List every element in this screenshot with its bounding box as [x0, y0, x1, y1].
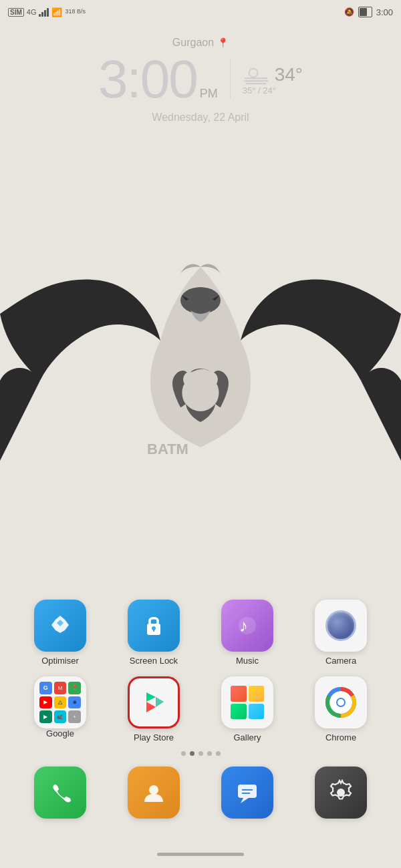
- gallery-cell-1: [231, 686, 247, 702]
- dock-messages[interactable]: [211, 767, 284, 823]
- app-grid: Optimiser Screen Lock ♪ Music: [0, 594, 401, 748]
- svg-point-0: [180, 287, 221, 314]
- svg-point-19: [338, 699, 344, 706]
- wifi-icon: 📶: [51, 7, 62, 17]
- camera-icon-bg: [315, 600, 367, 652]
- time-display-widget: 3:00 PM: [98, 53, 218, 106]
- app-music[interactable]: ♪ Music: [211, 600, 284, 666]
- gallery-cell-3: [231, 704, 247, 720]
- batman-wallpaper: BATM: [0, 260, 401, 514]
- status-right: 🔕 33 3:00: [344, 7, 393, 17]
- extra-icon: +: [68, 710, 81, 723]
- signal-strength: [39, 7, 49, 17]
- dot-3: [198, 751, 203, 756]
- music-icon: ♪: [221, 600, 273, 652]
- svg-marker-22: [241, 798, 249, 803]
- svg-rect-21: [238, 785, 257, 798]
- screenlock-label: Screen Lock: [130, 656, 178, 666]
- screenlock-icon: [128, 600, 180, 652]
- contacts-icon-bg: [128, 767, 180, 819]
- app-google[interactable]: G M 📍 ▶ △ ⊕ ▶ 📹 + Google: [23, 676, 97, 738]
- messages-icon-bg: [221, 767, 273, 819]
- drive-icon: △: [54, 696, 67, 709]
- network-speed: 318 B/s: [65, 9, 86, 15]
- weather-temp-row: 34°: [243, 64, 303, 85]
- home-indicator[interactable]: [157, 853, 244, 856]
- google-folder-icon: G M 📍 ▶ △ ⊕ ▶ 📹 +: [34, 676, 86, 728]
- dock: [0, 761, 401, 828]
- weather-info: 34° 35° / 24°: [243, 64, 303, 95]
- svg-point-20: [149, 785, 158, 795]
- svg-marker-11: [146, 692, 156, 702]
- dock-phone[interactable]: [23, 767, 97, 823]
- time-weather-row: 3:00 PM 34° 35° / 24°: [98, 53, 303, 106]
- svg-text:BATM: BATM: [147, 441, 188, 457]
- gallery-cell-2: [249, 686, 265, 702]
- dot-4: [207, 751, 212, 756]
- divider: [230, 59, 231, 99]
- app-chrome[interactable]: Chrome: [304, 676, 378, 742]
- app-optimiser[interactable]: Optimiser: [23, 600, 97, 666]
- settings-icon-bg: [315, 767, 367, 819]
- youtube-icon: ▶: [39, 696, 52, 709]
- google-label: Google: [46, 728, 74, 738]
- dock-contacts[interactable]: [117, 767, 190, 823]
- carrier-label: SIM: [8, 8, 24, 17]
- location-icon: 📍: [217, 37, 229, 48]
- mute-icon: 🔕: [344, 7, 354, 17]
- svg-point-2: [249, 68, 257, 77]
- app-gallery[interactable]: Gallery: [211, 676, 284, 742]
- weather-icon: [243, 65, 269, 85]
- dot-5: [216, 751, 221, 756]
- gallery-icon-bg: [221, 676, 273, 728]
- camera-label: Camera: [325, 656, 356, 666]
- gallery-label: Gallery: [233, 732, 261, 742]
- time-big: 3:00: [98, 53, 197, 106]
- optimiser-icon: [34, 600, 86, 652]
- app-screenlock[interactable]: Screen Lock: [117, 600, 190, 666]
- gallery-grid: [231, 686, 264, 719]
- gmail-icon: M: [54, 682, 67, 694]
- svg-text:♪: ♪: [239, 616, 248, 636]
- battery-icon: 33: [358, 7, 372, 17]
- app-row-2: G M 📍 ▶ △ ⊕ ▶ 📹 + Google: [13, 671, 388, 748]
- google-g: G: [39, 682, 52, 694]
- duo-icon: 📹: [54, 710, 67, 723]
- location-row: Gurgaon 📍: [172, 37, 229, 49]
- photos-icon: ⊕: [68, 696, 81, 709]
- temp-main: 34°: [275, 64, 303, 85]
- camera-lens: [325, 610, 356, 641]
- status-bar: SIM 4G 📶 318 B/s 🔕 33 3:00: [0, 0, 401, 24]
- phone-icon-bg: [34, 767, 86, 819]
- music-label: Music: [236, 656, 259, 666]
- app-camera[interactable]: Camera: [304, 600, 378, 666]
- app-playstore[interactable]: Play Store: [117, 676, 190, 742]
- time-display: 3:00: [376, 7, 393, 17]
- play2-icon: ▶: [39, 710, 52, 723]
- status-left: SIM 4G 📶 318 B/s: [8, 7, 86, 17]
- maps-icon: 📍: [68, 682, 81, 694]
- chrome-icon-bg: [315, 676, 367, 728]
- dock-settings[interactable]: [304, 767, 378, 823]
- time-ampm: PM: [200, 87, 218, 101]
- dot-1: [181, 751, 186, 756]
- network-type: 4G: [27, 8, 37, 16]
- clock-widget: Gurgaon 📍 3:00 PM 34° 35° / 24° Wednesda…: [0, 37, 401, 124]
- dot-2: [190, 751, 194, 756]
- playstore-icon-bg: [128, 676, 180, 728]
- date-text: Wednesday, 22 April: [152, 112, 249, 124]
- gallery-cell-4: [249, 704, 265, 720]
- app-row-1: Optimiser Screen Lock ♪ Music: [13, 594, 388, 671]
- svg-marker-12: [146, 702, 156, 712]
- location-text: Gurgaon: [172, 37, 214, 49]
- optimiser-label: Optimiser: [41, 656, 79, 666]
- temp-range: 35° / 24°: [243, 85, 276, 95]
- playstore-label: Play Store: [134, 732, 174, 742]
- chrome-label: Chrome: [325, 732, 356, 742]
- page-dots: [0, 751, 401, 756]
